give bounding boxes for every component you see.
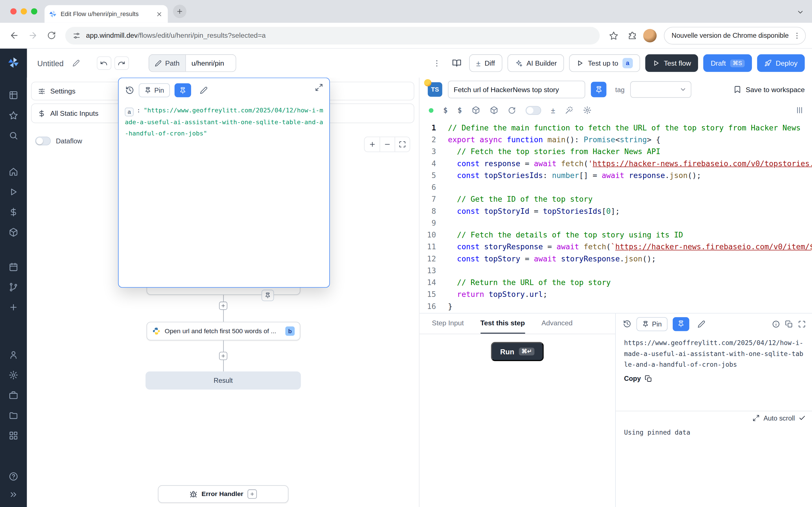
resources-button[interactable]: $ bbox=[458, 106, 462, 114]
code-gutter: 12345678910111213141516 bbox=[419, 122, 442, 313]
more-options-button[interactable] bbox=[430, 56, 444, 70]
sidebar-item-favorites[interactable] bbox=[9, 111, 18, 120]
flow-canvas[interactable]: Settings All Static Inputs Dataflow bbox=[27, 78, 419, 507]
error-handler-node[interactable]: Error Handler bbox=[158, 485, 289, 503]
new-tab-button[interactable] bbox=[173, 5, 186, 18]
redo-button[interactable] bbox=[114, 56, 129, 70]
flow-node-b[interactable]: Open url and fetch first 500 words of ..… bbox=[147, 322, 301, 340]
tab-search-button[interactable] bbox=[795, 6, 806, 17]
history-icon[interactable] bbox=[623, 320, 631, 328]
sidebar-item-users[interactable] bbox=[9, 350, 18, 359]
path-edit-button[interactable]: Path bbox=[149, 55, 186, 71]
diff-button[interactable]: ±Diff bbox=[469, 54, 502, 72]
package-icon[interactable] bbox=[472, 106, 480, 114]
step-pin-active-button[interactable] bbox=[591, 82, 606, 97]
pin-active-button[interactable] bbox=[673, 317, 689, 331]
copy-result-icon[interactable] bbox=[785, 320, 793, 328]
pin-button[interactable]: Pin bbox=[139, 83, 170, 98]
flow-title[interactable]: Untitled bbox=[37, 59, 63, 67]
reload-script-icon[interactable] bbox=[508, 106, 516, 114]
copy-button[interactable]: Copy bbox=[624, 375, 652, 383]
test-flow-button[interactable]: Test flow bbox=[645, 54, 698, 72]
reload-button[interactable] bbox=[43, 27, 59, 43]
tab-test-this-step[interactable]: Test this step bbox=[480, 314, 525, 334]
ai-wand-icon[interactable] bbox=[565, 106, 573, 114]
code-editor[interactable]: 12345678910111213141516 // Define the ma… bbox=[419, 119, 812, 313]
undo-icon bbox=[100, 59, 108, 67]
diff-mode-button[interactable]: ± bbox=[551, 106, 555, 115]
tab-close-button[interactable] bbox=[154, 9, 163, 18]
minimize-window-button[interactable] bbox=[20, 8, 27, 14]
docs-button[interactable] bbox=[449, 56, 463, 70]
test-up-to-button[interactable]: Test up toa bbox=[569, 54, 640, 72]
panel-layout-icon[interactable] bbox=[795, 106, 804, 114]
sidebar-collapse-button[interactable] bbox=[9, 490, 18, 499]
step-summary-input[interactable]: Fetch url of HackerNews top story bbox=[448, 81, 585, 98]
forward-button[interactable] bbox=[25, 27, 40, 43]
tab-advanced[interactable]: Advanced bbox=[541, 314, 572, 334]
bookmark-button[interactable] bbox=[606, 27, 621, 43]
zoom-in-button[interactable] bbox=[364, 137, 379, 152]
draft-button[interactable]: Draft⌘S bbox=[703, 54, 752, 72]
sidebar-item-variables[interactable] bbox=[9, 208, 18, 217]
sidebar-item-tables[interactable] bbox=[9, 91, 18, 100]
tag-select[interactable] bbox=[630, 81, 691, 98]
plus-icon bbox=[368, 141, 376, 148]
close-window-button[interactable] bbox=[10, 8, 17, 14]
sidebar-item-settings[interactable] bbox=[9, 371, 18, 380]
sidebar-item-resources[interactable] bbox=[9, 228, 18, 237]
undo-button[interactable] bbox=[97, 56, 111, 70]
history-icon[interactable] bbox=[125, 86, 134, 95]
dataflow-toggle[interactable] bbox=[35, 136, 51, 145]
redo-icon bbox=[118, 59, 126, 67]
sidebar-item-add[interactable] bbox=[9, 302, 18, 312]
expand-popup-button[interactable] bbox=[315, 83, 323, 92]
maximize-window-button[interactable] bbox=[31, 8, 37, 14]
profile-avatar[interactable] bbox=[643, 29, 657, 42]
edit-title-button[interactable] bbox=[69, 56, 83, 70]
editor-toggle[interactable] bbox=[525, 106, 541, 115]
sidebar-item-schedules[interactable] bbox=[9, 262, 18, 272]
sidebar-item-flows[interactable] bbox=[9, 283, 18, 292]
back-button[interactable] bbox=[6, 27, 22, 43]
edit-pin-button[interactable] bbox=[698, 320, 705, 328]
sidebar-item-help[interactable] bbox=[9, 472, 18, 481]
save-to-workspace-button[interactable]: Save to workspace bbox=[733, 86, 805, 94]
sidebar-item-workers[interactable] bbox=[9, 391, 18, 400]
branch-icon bbox=[9, 283, 18, 292]
node-a-pin-indicator[interactable] bbox=[262, 290, 274, 301]
browser-tab[interactable]: Edit Flow u/henri/pin_results bbox=[45, 5, 168, 22]
variables-button[interactable]: $ bbox=[443, 106, 448, 114]
address-bar[interactable]: app.windmill.dev/flows/edit/u/henri/pin_… bbox=[65, 27, 599, 44]
sidebar-item-runs[interactable] bbox=[9, 187, 18, 196]
ai-builder-button[interactable]: AI Builder bbox=[507, 54, 564, 72]
sidebar-group-secondary bbox=[0, 262, 27, 312]
run-button[interactable]: Run ⌘↵ bbox=[491, 342, 544, 361]
extensions-button[interactable] bbox=[624, 27, 640, 43]
sidebar-item-home[interactable] bbox=[9, 167, 18, 176]
insert-step-button[interactable] bbox=[219, 302, 227, 310]
fullscreen-icon[interactable] bbox=[798, 320, 806, 328]
add-error-handler-button[interactable] bbox=[248, 490, 257, 499]
editor-settings-icon[interactable] bbox=[583, 106, 591, 114]
deploy-button[interactable]: Deploy bbox=[757, 54, 805, 72]
path-label: Path bbox=[165, 59, 180, 67]
flow-node-result[interactable]: Result bbox=[146, 372, 301, 390]
sidebar-item-apps[interactable] bbox=[9, 431, 18, 440]
info-icon[interactable] bbox=[772, 320, 780, 328]
tab-step-input[interactable]: Step Input bbox=[432, 314, 464, 334]
fit-view-button[interactable] bbox=[395, 137, 410, 152]
tab-title: Edit Flow u/henri/pin_results bbox=[61, 10, 151, 18]
pin-button[interactable]: Pin bbox=[637, 317, 667, 331]
sidebar-item-search[interactable] bbox=[9, 131, 18, 140]
package-icon[interactable] bbox=[490, 106, 498, 114]
insert-step-button[interactable] bbox=[219, 352, 227, 360]
edit-pin-button[interactable] bbox=[200, 87, 208, 94]
chrome-update-button[interactable]: Nouvelle version de Chrome disponible bbox=[664, 27, 806, 44]
browser-menu-button[interactable] bbox=[791, 29, 803, 42]
auto-scroll-control[interactable]: Auto scroll bbox=[616, 411, 812, 425]
path-value-input[interactable]: u/henri/pin bbox=[186, 55, 236, 71]
pin-active-button[interactable] bbox=[174, 83, 191, 98]
sidebar-item-folders[interactable] bbox=[9, 411, 18, 420]
zoom-out-button[interactable] bbox=[379, 137, 395, 152]
